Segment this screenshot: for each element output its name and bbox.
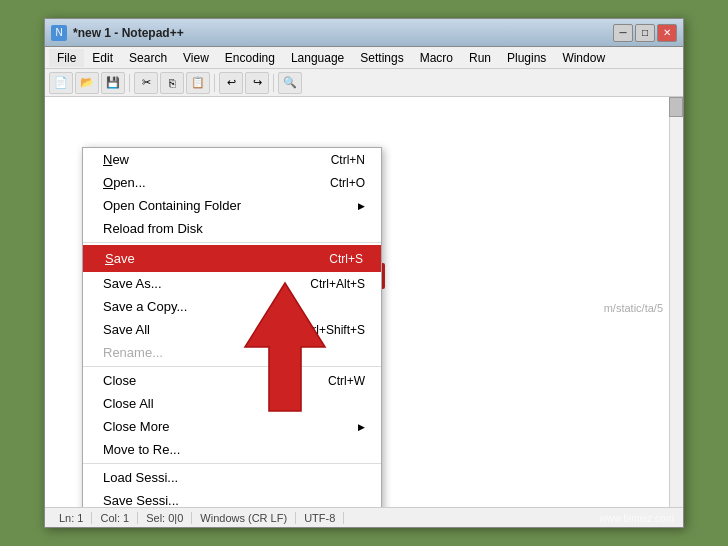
status-utf8: UTF-8 xyxy=(296,512,344,524)
menu-save-shortcut: Ctrl+S xyxy=(329,252,363,266)
menu-edit[interactable]: Edit xyxy=(84,49,121,67)
menu-close-more-label: Close More xyxy=(103,419,354,434)
toolbar-cut[interactable]: ✂ xyxy=(134,72,158,94)
menu-item-new[interactable]: New Ctrl+N xyxy=(83,148,381,171)
toolbar-sep-2 xyxy=(214,74,215,92)
menu-open-label: Open... xyxy=(103,175,310,190)
menu-close-label: Close xyxy=(103,373,308,388)
menu-macro[interactable]: Macro xyxy=(412,49,461,67)
maximize-button[interactable]: □ xyxy=(635,24,655,42)
app-icon: N xyxy=(51,25,67,41)
toolbar: 📄 📂 💾 ✂ ⎘ 📋 ↩ ↪ 🔍 xyxy=(45,69,683,97)
menu-reload-label: Reload from Disk xyxy=(103,221,365,236)
toolbar-sep-1 xyxy=(129,74,130,92)
toolbar-copy[interactable]: ⎘ xyxy=(160,72,184,94)
separator-2 xyxy=(83,366,381,367)
menu-search[interactable]: Search xyxy=(121,49,175,67)
menu-item-load-session[interactable]: Load Sessi... xyxy=(83,466,381,489)
status-ln: Ln: 1 xyxy=(51,512,92,524)
menu-item-close-all[interactable]: Close All xyxy=(83,392,381,415)
menu-item-save-copy[interactable]: Save a Copy... xyxy=(83,295,381,318)
menu-language[interactable]: Language xyxy=(283,49,352,67)
menu-item-reload[interactable]: Reload from Disk xyxy=(83,217,381,240)
menu-view[interactable]: View xyxy=(175,49,217,67)
toolbar-paste[interactable]: 📋 xyxy=(186,72,210,94)
menu-plugins[interactable]: Plugins xyxy=(499,49,554,67)
close-button[interactable]: ✕ xyxy=(657,24,677,42)
menu-item-close[interactable]: Close Ctrl+W xyxy=(83,369,381,392)
menu-close-shortcut: Ctrl+W xyxy=(328,374,365,388)
menu-item-close-more[interactable]: Close More xyxy=(83,415,381,438)
toolbar-save[interactable]: 💾 xyxy=(101,72,125,94)
menu-new-label: New xyxy=(103,152,311,167)
menu-save-all-label: Save All xyxy=(103,322,280,337)
menu-run[interactable]: Run xyxy=(461,49,499,67)
background-url: m/static/ta/5 xyxy=(604,302,663,314)
status-dos: Windows (CR LF) xyxy=(192,512,296,524)
watermark: www.bimeiz.com xyxy=(600,513,674,524)
menu-item-save-as[interactable]: Save As... Ctrl+Alt+S xyxy=(83,272,381,295)
toolbar-sep-3 xyxy=(273,74,274,92)
title-bar: N *new 1 - Notepad++ ─ □ ✕ xyxy=(45,19,683,47)
menu-settings[interactable]: Settings xyxy=(352,49,411,67)
window-controls: ─ □ ✕ xyxy=(613,24,677,42)
separator-1 xyxy=(83,242,381,243)
toolbar-redo[interactable]: ↪ xyxy=(245,72,269,94)
menu-load-session-label: Load Sessi... xyxy=(103,470,365,485)
menu-item-open[interactable]: Open... Ctrl+O xyxy=(83,171,381,194)
status-col: Col: 1 xyxy=(92,512,138,524)
menu-move-recent-label: Move to Re... xyxy=(103,442,365,457)
toolbar-new[interactable]: 📄 xyxy=(49,72,73,94)
menu-item-save-session[interactable]: Save Sessi... xyxy=(83,489,381,507)
menu-save-label: Save xyxy=(105,251,309,266)
file-dropdown-menu: New Ctrl+N Open... Ctrl+O Open Containin… xyxy=(82,147,382,507)
menu-item-rename: Rename... xyxy=(83,341,381,364)
menu-new-shortcut: Ctrl+N xyxy=(331,153,365,167)
menu-file[interactable]: File xyxy=(49,49,84,67)
title-bar-left: N *new 1 - Notepad++ xyxy=(51,25,184,41)
scrollbar-vertical[interactable] xyxy=(669,97,683,507)
menu-open-folder-label: Open Containing Folder xyxy=(103,198,354,213)
menu-close-all-label: Close All xyxy=(103,396,365,411)
content-area: m/static/ta/5 New Ctrl+N Open... Ctrl+O … xyxy=(45,97,683,507)
menu-item-save-all[interactable]: Save All Ctrl+Shift+S xyxy=(83,318,381,341)
separator-3 xyxy=(83,463,381,464)
menu-save-copy-label: Save a Copy... xyxy=(103,299,365,314)
menu-item-save[interactable]: Save Ctrl+S xyxy=(83,245,381,272)
menu-item-open-folder[interactable]: Open Containing Folder xyxy=(83,194,381,217)
toolbar-find[interactable]: 🔍 xyxy=(278,72,302,94)
toolbar-open[interactable]: 📂 xyxy=(75,72,99,94)
application-window: N *new 1 - Notepad++ ─ □ ✕ File Edit Sea… xyxy=(44,18,684,528)
menu-save-session-label: Save Sessi... xyxy=(103,493,365,507)
status-sel: Sel: 0|0 xyxy=(138,512,192,524)
menu-item-move-recent[interactable]: Move to Re... xyxy=(83,438,381,461)
scrollbar-thumb[interactable] xyxy=(669,97,683,117)
menu-save-all-shortcut: Ctrl+Shift+S xyxy=(300,323,365,337)
window-title: *new 1 - Notepad++ xyxy=(73,26,184,40)
minimize-button[interactable]: ─ xyxy=(613,24,633,42)
menu-encoding[interactable]: Encoding xyxy=(217,49,283,67)
menu-open-shortcut: Ctrl+O xyxy=(330,176,365,190)
toolbar-undo[interactable]: ↩ xyxy=(219,72,243,94)
menu-rename-label: Rename... xyxy=(103,345,365,360)
menu-save-as-shortcut: Ctrl+Alt+S xyxy=(310,277,365,291)
window-wrapper: N *new 1 - Notepad++ ─ □ ✕ File Edit Sea… xyxy=(44,18,684,528)
menu-save-as-label: Save As... xyxy=(103,276,290,291)
menu-window[interactable]: Window xyxy=(554,49,613,67)
menu-bar: File Edit Search View Encoding Language … xyxy=(45,47,683,69)
status-bar: Ln: 1 Col: 1 Sel: 0|0 Windows (CR LF) UT… xyxy=(45,507,683,527)
